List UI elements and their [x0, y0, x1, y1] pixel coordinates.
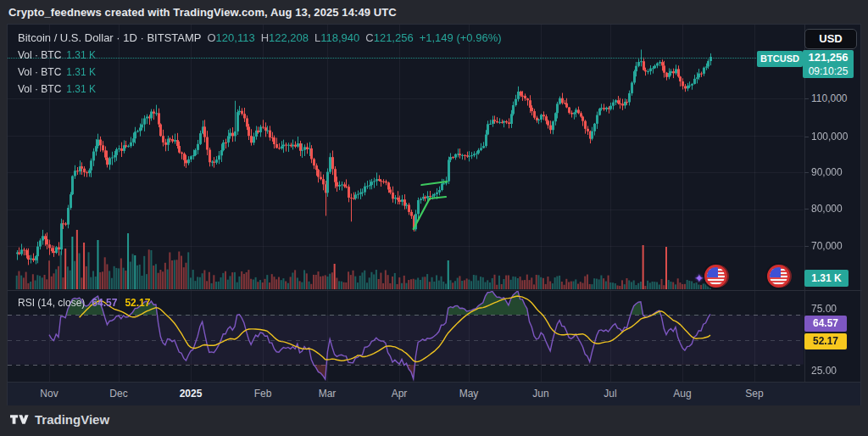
ohlc-close-value: 121,256: [374, 31, 414, 44]
volume-legend-row[interactable]: Vol · BTC1.31 K: [18, 83, 502, 95]
tradingview-logo-icon: [10, 413, 29, 426]
time-axis-label: Jul: [585, 388, 636, 400]
time-axis-label: Sep: [729, 388, 780, 400]
symbol-legend-row[interactable]: Bitcoin / U.S. Dollar · 1D · BITSTAMPO12…: [18, 31, 502, 44]
axis-tick: [804, 209, 809, 210]
volume-label: Vol · BTC: [18, 83, 61, 95]
ohlc-high-value: 122,208: [269, 31, 309, 44]
time-axis-label: Dec: [93, 388, 144, 400]
currency-toggle-button[interactable]: USD: [804, 29, 857, 49]
rsi-legend-title: RSI (14, close): [18, 297, 85, 309]
axis-tick: [804, 246, 809, 247]
axis-tick: [804, 137, 809, 137]
rsi-value: 64.57: [92, 297, 117, 309]
chart-panel: Bitcoin / U.S. Dollar · 1D · BITSTAMPO12…: [7, 24, 861, 405]
price-axis-label: 90,000: [811, 166, 859, 178]
rsi-scale-top: 75.00: [811, 303, 859, 315]
price-axis-label: 70,000: [811, 240, 859, 252]
axis-tick: [804, 172, 809, 173]
ohlc-close-key: C: [365, 31, 373, 44]
volume-value: 1.31 K: [66, 49, 96, 61]
time-axis-label: Mar: [302, 388, 353, 400]
time-axis-label: Jun: [515, 388, 566, 400]
volume-value: 1.31 K: [66, 83, 96, 95]
volume-label: Vol · BTC: [18, 49, 61, 61]
us-flag-canton: [707, 267, 718, 277]
price-change: +1,149 (+0.96%): [420, 31, 502, 44]
last-price-value: 121,256: [803, 51, 854, 64]
price-axis-label: 100,000: [811, 131, 859, 143]
footer-bar: TradingView: [0, 405, 868, 436]
last-price-badge: 121,25609:10:25: [803, 50, 854, 78]
attribution-bar: Crypto_feednews created with TradingView…: [0, 0, 868, 24]
volume-legend-row[interactable]: Vol · BTC1.31 K: [18, 66, 502, 78]
time-axis-label: Nov: [24, 388, 75, 400]
time-axis-label: Aug: [657, 388, 708, 400]
rsi-ma-axis-badge: 52.17: [804, 333, 847, 349]
volume-label: Vol · BTC: [18, 66, 61, 78]
time-axis-label: May: [443, 388, 494, 400]
ohlc-high-key: H: [261, 31, 269, 44]
bar-countdown: 09:10:25: [803, 64, 854, 78]
tradingview-chart-screenshot: Crypto_feednews created with TradingView…: [0, 0, 868, 436]
price-axis-label: 110,000: [811, 92, 859, 104]
us-economic-event-icon[interactable]: [767, 265, 790, 288]
rsi-legend[interactable]: RSI (14, close)64.5752.17: [18, 297, 150, 309]
time-axis-label: Apr: [374, 388, 425, 400]
rsi-axis-badge: 64.57: [804, 316, 847, 332]
pane-divider[interactable]: [8, 290, 862, 291]
symbol-price-tag[interactable]: BTCUSD: [757, 51, 803, 67]
tradingview-logo-text: TradingView: [35, 412, 109, 427]
rsi-ma-value: 52.17: [125, 297, 150, 309]
axis-tick: [804, 98, 809, 99]
symbol-title: Bitcoin / U.S. Dollar · 1D · BITSTAMP: [18, 31, 201, 44]
volume-axis-badge: 1.31 K: [804, 270, 849, 287]
rsi-scale-bottom: 25.00: [811, 365, 859, 377]
volume-legend-row[interactable]: Vol · BTC1.31 K: [18, 49, 502, 61]
time-axis-label: Feb: [237, 388, 288, 400]
symbol-legend: Bitcoin / U.S. Dollar · 1D · BITSTAMPO12…: [18, 31, 502, 95]
sparkle-icon: ✦: [694, 271, 704, 285]
ohlc-open-key: O: [207, 31, 215, 44]
time-scale[interactable]: Nov Dec 2025 Feb Mar Apr May Jun Jul Aug…: [8, 382, 860, 405]
price-axis-label: 80,000: [811, 203, 859, 215]
ohlc-open-value: 120,113: [216, 31, 255, 44]
tradingview-logo[interactable]: TradingView: [10, 412, 109, 427]
ohlc-low-value: 118,940: [320, 31, 359, 44]
us-flag-canton: [770, 267, 781, 277]
us-economic-event-icon[interactable]: [704, 265, 727, 288]
volume-value: 1.31 K: [66, 66, 96, 78]
attribution-text: Crypto_feednews created with TradingView…: [8, 6, 397, 19]
time-axis-label-year: 2025: [165, 388, 216, 400]
